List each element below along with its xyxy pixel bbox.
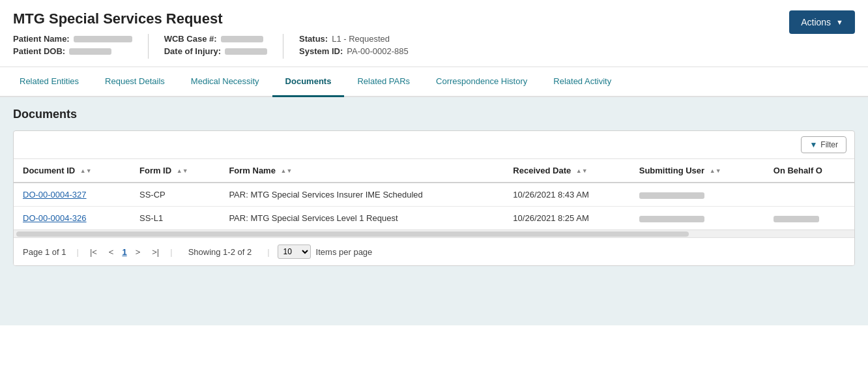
- cell-form-name-1: PAR: MTG Special Services Insurer IME Sc…: [220, 183, 504, 207]
- on-behalf-redacted-2: [774, 216, 819, 222]
- actions-label: Actions: [801, 17, 831, 27]
- col-header-document-id: Document ID ▲▼: [14, 159, 130, 183]
- table-header: Document ID ▲▼ Form ID ▲▼ Form Name ▲▼: [14, 159, 854, 183]
- cell-submitting-user-2: [630, 207, 764, 230]
- col-header-submitting-user: Submitting User ▲▼: [630, 159, 764, 183]
- doi-label: Date of Injury:: [164, 46, 221, 56]
- cell-received-date-1: 10/26/2021 8:43 AM: [504, 183, 629, 207]
- system-id-label: System ID:: [299, 46, 343, 56]
- sort-arrows-received-date[interactable]: ▲▼: [576, 168, 588, 174]
- sort-arrows-form-id[interactable]: ▲▼: [177, 168, 188, 174]
- cell-submitting-user-1: [630, 183, 764, 207]
- meta-col-status: Status: L1 - Requested System ID: PA-00-…: [299, 34, 424, 59]
- document-id-link-2[interactable]: DO-00-0004-326: [23, 213, 87, 223]
- document-id-link-1[interactable]: DO-00-0004-327: [23, 190, 87, 200]
- patient-dob-value: [69, 48, 111, 55]
- separator-3: |: [267, 247, 269, 257]
- page-header: MTG Special Services Request Patient Nam…: [0, 0, 868, 67]
- cell-form-id-2: SS-L1: [130, 207, 220, 230]
- tab-related-pars[interactable]: Related PARs: [344, 67, 423, 97]
- actions-button[interactable]: Actions ▼: [789, 10, 855, 34]
- status-label: Status:: [299, 34, 328, 44]
- scroll-track: [16, 231, 689, 237]
- table-row: DO-00-0004-326 SS-L1 PAR: MTG Special Se…: [14, 207, 854, 230]
- meta-info: Patient Name: Patient DOB: WCB Case #: D…: [13, 34, 440, 59]
- status-value: L1 - Requested: [332, 34, 390, 44]
- cell-form-name-2: PAR: MTG Special Services Level 1 Reques…: [220, 207, 504, 230]
- tab-medical-necessity[interactable]: Medical Necessity: [178, 67, 272, 97]
- content-area: Documents ▼ Filter Document ID ▲▼: [0, 97, 868, 325]
- system-id-value: PA-00-0002-885: [347, 46, 408, 56]
- header-right: Actions ▼: [789, 10, 855, 34]
- tab-documents[interactable]: Documents: [272, 67, 345, 97]
- page-title: MTG Special Services Request: [13, 10, 440, 27]
- meta-col-wcb: WCB Case #: Date of Injury:: [164, 34, 283, 59]
- documents-section-title: Documents: [13, 108, 855, 121]
- patient-dob-label: Patient DOB:: [13, 46, 65, 56]
- per-page-label: Items per page: [316, 247, 373, 257]
- documents-table: Document ID ▲▼ Form ID ▲▼ Form Name ▲▼: [14, 159, 854, 230]
- sort-arrows-submitting-user[interactable]: ▲▼: [710, 168, 721, 174]
- page-info: Page 1 of 1: [23, 247, 66, 257]
- next-page-button[interactable]: >: [132, 246, 144, 258]
- header-left: MTG Special Services Request Patient Nam…: [13, 10, 440, 59]
- filter-icon: ▼: [809, 140, 817, 149]
- current-page-number[interactable]: 1: [122, 247, 126, 257]
- col-header-form-id: Form ID ▲▼: [130, 159, 220, 183]
- meta-row-dob: Patient DOB:: [13, 46, 132, 56]
- submitting-user-redacted-2: [639, 216, 704, 222]
- cell-received-date-2: 10/26/2021 8:25 AM: [504, 207, 629, 230]
- patient-name-value: [74, 36, 132, 42]
- col-header-on-behalf-of: On Behalf O: [764, 159, 854, 183]
- patient-name-label: Patient Name:: [13, 34, 70, 44]
- sort-arrows-document-id[interactable]: ▲▼: [80, 168, 92, 174]
- tabs-bar: Related Entities Request Details Medical…: [0, 67, 868, 97]
- last-page-button[interactable]: >|: [149, 246, 162, 258]
- table-scroll-container[interactable]: Document ID ▲▼ Form ID ▲▼ Form Name ▲▼: [14, 159, 854, 230]
- separator-2: |: [170, 247, 172, 257]
- wcb-case-label: WCB Case #:: [164, 34, 217, 44]
- col-header-received-date: Received Date ▲▼: [504, 159, 629, 183]
- sort-arrows-form-name[interactable]: ▲▼: [281, 168, 293, 174]
- cell-document-id-2: DO-00-0004-326: [14, 207, 130, 230]
- cell-form-id-1: SS-CP: [130, 183, 220, 207]
- documents-table-card: ▼ Filter Document ID ▲▼ Form ID ▲▼: [13, 130, 855, 266]
- first-page-button[interactable]: |<: [87, 246, 100, 258]
- tab-related-activity[interactable]: Related Activity: [540, 67, 624, 97]
- per-page-select[interactable]: 10 25 50 100: [278, 245, 311, 259]
- showing-info: Showing 1-2 of 2: [188, 247, 252, 257]
- tab-correspondence-history[interactable]: Correspondence History: [423, 67, 540, 97]
- tab-related-entities[interactable]: Related Entities: [7, 67, 92, 97]
- submitting-user-redacted-1: [639, 192, 704, 199]
- pagination-bar: Page 1 of 1 | |< < 1 > >| | Showing 1-2 …: [14, 237, 854, 265]
- chevron-down-icon: ▼: [836, 18, 843, 26]
- cell-document-id-1: DO-00-0004-327: [14, 183, 130, 207]
- cell-on-behalf-2: [764, 207, 854, 230]
- meta-row-system-id: System ID: PA-00-0002-885: [299, 46, 409, 56]
- filter-label: Filter: [820, 140, 838, 149]
- horizontal-scrollbar[interactable]: [14, 230, 854, 237]
- prev-page-button[interactable]: <: [106, 246, 117, 258]
- table-row: DO-00-0004-327 SS-CP PAR: MTG Special Se…: [14, 183, 854, 207]
- meta-row-name: Patient Name:: [13, 34, 132, 44]
- table-toolbar: ▼ Filter: [14, 131, 854, 159]
- meta-row-status: Status: L1 - Requested: [299, 34, 409, 44]
- meta-col-patient: Patient Name: Patient DOB:: [13, 34, 149, 59]
- doi-value: [225, 48, 267, 55]
- separator-1: |: [77, 247, 79, 257]
- cell-on-behalf-1: [764, 183, 854, 207]
- col-header-form-name: Form Name ▲▼: [220, 159, 504, 183]
- wcb-case-value: [221, 36, 263, 42]
- meta-row-wcb: WCB Case #:: [164, 34, 267, 44]
- meta-row-doi: Date of Injury:: [164, 46, 267, 56]
- tab-request-details[interactable]: Request Details: [92, 67, 178, 97]
- table-body: DO-00-0004-327 SS-CP PAR: MTG Special Se…: [14, 183, 854, 230]
- filter-button[interactable]: ▼ Filter: [801, 136, 846, 153]
